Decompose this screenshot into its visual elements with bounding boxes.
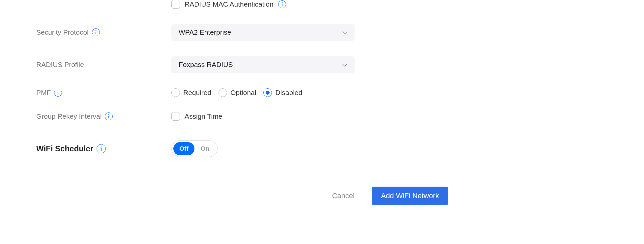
svg-rect-3	[96, 32, 96, 34]
wifi-scheduler-label-col: WiFi Scheduler	[36, 144, 171, 153]
radius-profile-row: RADIUS Profile Foxpass RADIUS	[36, 56, 644, 73]
radius-profile-label: RADIUS Profile	[36, 61, 84, 69]
pmf-row: PMF Required Optional Disabled	[36, 88, 644, 97]
assign-time-checkbox[interactable]	[171, 112, 180, 121]
radius-mac-auth-row: RADIUS MAC Authentication	[36, 0, 644, 9]
radius-mac-checkbox[interactable]	[171, 0, 180, 9]
pmf-disabled-option[interactable]: Disabled	[263, 88, 302, 97]
pmf-radio-group: Required Optional Disabled	[171, 88, 302, 97]
pmf-required-radio[interactable]	[171, 88, 180, 97]
group-rekey-row: Group Rekey Interval Assign Time	[36, 112, 644, 121]
pmf-label-col: PMF	[36, 89, 171, 97]
pmf-required-label: Required	[183, 89, 211, 97]
group-rekey-input-col: Assign Time	[171, 112, 222, 121]
security-protocol-row: Security Protocol WPA2 Enterprise	[36, 24, 644, 41]
svg-rect-7	[108, 116, 109, 118]
assign-time-label: Assign Time	[185, 112, 222, 120]
security-protocol-select[interactable]: WPA2 Enterprise	[171, 24, 355, 41]
radius-profile-label-col: RADIUS Profile	[36, 61, 171, 69]
svg-point-8	[101, 146, 102, 147]
wifi-scheduler-toggle[interactable]: Off On	[171, 140, 218, 157]
svg-point-4	[58, 91, 59, 92]
scheduler-off-button[interactable]: Off	[173, 142, 194, 155]
security-protocol-input-col: WPA2 Enterprise	[171, 24, 355, 41]
pmf-required-option[interactable]: Required	[171, 88, 211, 97]
cancel-button[interactable]: Cancel	[332, 192, 354, 200]
wifi-scheduler-row: WiFi Scheduler Off On	[36, 140, 644, 157]
info-icon[interactable]	[278, 0, 286, 8]
svg-rect-1	[282, 4, 282, 6]
radius-mac-input-col: RADIUS MAC Authentication	[171, 0, 286, 9]
radius-profile-value: Foxpass RADIUS	[179, 61, 233, 69]
svg-rect-5	[58, 92, 58, 95]
info-icon[interactable]	[97, 144, 106, 153]
info-icon[interactable]	[54, 89, 62, 97]
pmf-disabled-radio[interactable]	[263, 88, 272, 97]
svg-point-2	[95, 30, 96, 31]
form-actions: Cancel Add WiFi Network	[36, 187, 448, 205]
wifi-settings-form: RADIUS MAC Authentication Security Proto…	[0, 0, 644, 205]
group-rekey-label: Group Rekey Interval	[36, 112, 102, 120]
chevron-down-icon	[342, 61, 347, 69]
wifi-scheduler-input-col: Off On	[171, 140, 218, 157]
radius-mac-label: RADIUS MAC Authentication	[185, 0, 274, 8]
security-protocol-label-col: Security Protocol	[36, 28, 171, 36]
chevron-down-icon	[342, 28, 347, 36]
pmf-optional-radio[interactable]	[219, 88, 227, 97]
group-rekey-label-col: Group Rekey Interval	[36, 112, 171, 120]
radius-profile-select[interactable]: Foxpass RADIUS	[171, 56, 355, 73]
wifi-scheduler-label: WiFi Scheduler	[36, 144, 93, 153]
pmf-optional-label: Optional	[230, 89, 256, 97]
pmf-label: PMF	[36, 89, 51, 97]
pmf-disabled-label: Disabled	[275, 89, 302, 97]
svg-point-6	[108, 114, 109, 115]
pmf-optional-option[interactable]: Optional	[219, 88, 256, 97]
pmf-input-col: Required Optional Disabled	[171, 88, 302, 97]
radius-profile-input-col: Foxpass RADIUS	[171, 56, 355, 73]
info-icon[interactable]	[105, 112, 113, 120]
svg-point-0	[281, 2, 282, 3]
info-icon[interactable]	[92, 28, 100, 36]
security-protocol-label: Security Protocol	[36, 28, 89, 36]
scheduler-on-button[interactable]: On	[194, 142, 216, 155]
add-wifi-network-button[interactable]: Add WiFi Network	[372, 187, 448, 205]
svg-rect-9	[101, 148, 102, 151]
security-protocol-value: WPA2 Enterprise	[179, 28, 231, 36]
